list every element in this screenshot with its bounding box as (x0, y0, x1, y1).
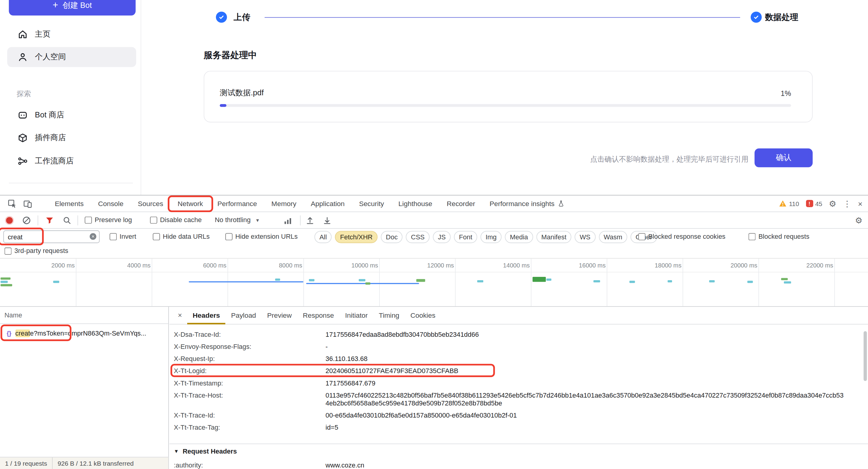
blocked-response-cookies-checkbox[interactable]: Blocked response cookies (638, 233, 725, 240)
header-row: X-Tt-Trace-Tag: id=5 (169, 421, 868, 434)
detail-tab-response[interactable]: Response (297, 306, 340, 324)
warnings-counter[interactable]: 110 (779, 200, 799, 207)
blocked-response-cookies-input[interactable] (638, 233, 645, 240)
tab-memory[interactable]: Memory (264, 195, 304, 212)
request-name-rest: e?msToken=dmprN863Qm-SeVmYqs... (30, 329, 146, 338)
settings-icon[interactable]: ⚙ (829, 199, 837, 208)
pill-ws[interactable]: WS (575, 231, 595, 243)
third-party-checkbox[interactable]: 3rd-party requests (4, 247, 68, 255)
tab-security[interactable]: Security (352, 195, 391, 212)
filter-icon[interactable] (45, 217, 54, 225)
tab-lighthouse[interactable]: Lighthouse (391, 195, 440, 212)
inspect-icon[interactable] (4, 195, 20, 212)
header-row: X-Tt-Timestamp: 1717556847.679 (169, 377, 868, 389)
errors-count: 45 (815, 200, 822, 207)
pill-manifest[interactable]: Manifest (536, 231, 571, 243)
tab-recorder[interactable]: Recorder (439, 195, 483, 212)
file-name: 测试数据.pdf (220, 88, 264, 98)
close-devtools-icon[interactable]: × (858, 200, 863, 208)
sidebar-item-home[interactable]: 主页 (7, 25, 136, 45)
blocked-requests-checkbox[interactable]: Blocked requests (748, 233, 809, 240)
fetch-request-icon: {} (7, 330, 11, 337)
clear-network-log-icon[interactable] (22, 216, 31, 225)
errors-counter[interactable]: ! 45 (806, 200, 822, 207)
tab-performance-insights[interactable]: Performance insights (483, 195, 571, 212)
disable-cache-input[interactable] (150, 216, 157, 224)
detail-tab-initiator[interactable]: Initiator (340, 306, 373, 324)
name-column-header[interactable]: Name (0, 307, 168, 324)
header-name: X-Tt-Trace-Id: (174, 411, 326, 419)
hide-data-urls-checkbox[interactable]: Hide data URLs (153, 233, 210, 240)
pill-font[interactable]: Font (454, 231, 477, 243)
hide-data-urls-input[interactable] (153, 233, 160, 240)
screenshot-root: + 创建 Bot 主页 个人空间 探索 Bot 商店 (0, 0, 868, 469)
third-party-input[interactable] (4, 247, 12, 255)
create-bot-label: 创建 Bot (63, 0, 92, 10)
pill-js[interactable]: JS (433, 231, 451, 243)
pill-wasm[interactable]: Wasm (599, 231, 627, 243)
tab-application[interactable]: Application (304, 195, 352, 212)
sidebar-item-personal-space[interactable]: 个人空间 (7, 47, 136, 67)
import-har-icon[interactable] (306, 216, 314, 225)
file-card: 测试数据.pdf 1% (204, 71, 813, 122)
throttling-dropdown[interactable]: No throttling ▾ (215, 216, 259, 224)
tab-performance[interactable]: Performance (210, 195, 264, 212)
hide-extension-urls-checkbox[interactable]: Hide extension URLs (225, 233, 298, 240)
detail-tab-cookies[interactable]: Cookies (405, 306, 441, 324)
disable-cache-checkbox[interactable]: Disable cache (150, 216, 202, 224)
create-bot-button[interactable]: + 创建 Bot (9, 0, 135, 16)
progress-bar (220, 104, 791, 107)
pill-img[interactable]: Img (480, 231, 502, 243)
detail-tab-payload[interactable]: Payload (226, 306, 261, 324)
request-row[interactable]: {} create?msToken=dmprN863Qm-SeVmYqs... (0, 324, 168, 343)
tab-console[interactable]: Console (91, 195, 131, 212)
pill-fetch-xhr[interactable]: Fetch/XHR (335, 231, 377, 243)
tab-sources[interactable]: Sources (131, 195, 170, 212)
filter-input[interactable] (3, 230, 99, 243)
invert-input[interactable] (110, 233, 117, 240)
network-overview-timeline[interactable]: 2000 ms 4000 ms 6000 ms 8000 ms 10000 ms… (0, 259, 868, 307)
tab-elements[interactable]: Elements (48, 195, 91, 212)
more-menu-icon[interactable]: ⋮ (843, 199, 851, 208)
pill-media[interactable]: Media (505, 231, 533, 243)
sidebar: + 创建 Bot 主页 个人空间 探索 Bot 商店 (0, 0, 141, 195)
pill-css[interactable]: CSS (406, 231, 430, 243)
header-name: X-Request-Ip: (174, 355, 326, 363)
record-network-log-icon[interactable] (6, 217, 13, 224)
pill-doc[interactable]: Doc (381, 231, 403, 243)
detail-tab-preview[interactable]: Preview (261, 306, 297, 324)
header-value: 0113e957cf460225213c482b0f56baf7b5e840f3… (326, 391, 868, 407)
preserve-log-input[interactable] (85, 216, 92, 224)
preserve-log-checkbox[interactable]: Preserve log (85, 216, 132, 224)
tab-network[interactable]: Network (170, 195, 210, 212)
search-icon[interactable] (63, 216, 71, 225)
request-list-pane: Name {} create?msToken=dmprN863Qm-SeVmYq… (0, 307, 169, 469)
detail-tab-timing[interactable]: Timing (373, 306, 405, 324)
request-headers-section-header[interactable]: ▼ Request Headers (174, 447, 237, 456)
confirm-button[interactable]: 确认 (754, 148, 813, 167)
hide-extension-urls-input[interactable] (225, 233, 232, 240)
filter-match-highlight: creat (15, 329, 30, 338)
device-toolbar-icon[interactable] (20, 195, 35, 212)
blocked-requests-input[interactable] (748, 233, 756, 240)
error-icon: ! (806, 200, 813, 207)
header-row-x-tt-logid: X-Tt-Logid: 20240605110727FAE479F3EAD073… (169, 365, 868, 377)
sidebar-item-bot-store[interactable]: Bot 商店 (7, 105, 136, 125)
sidebar-item-plugin-store[interactable]: 插件商店 (7, 128, 136, 148)
detail-tab-headers[interactable]: Headers (187, 306, 226, 324)
timeline-tick: 4000 ms (112, 262, 151, 269)
hide-data-urls-label: Hide data URLs (163, 233, 210, 240)
sidebar-item-workflow-store[interactable]: 工作流商店 (7, 151, 136, 171)
header-row: X-Envoy-Response-Flags: - (169, 341, 868, 353)
invert-checkbox[interactable]: Invert (110, 233, 136, 240)
network-settings-icon[interactable]: ⚙ (855, 216, 863, 224)
header-value: 36.110.163.68 (326, 355, 868, 363)
detail-tabs: × Headers Payload Preview Response Initi… (169, 307, 868, 325)
scrollbar-thumb[interactable] (864, 331, 867, 381)
network-conditions-icon[interactable] (283, 217, 292, 225)
pill-all[interactable]: All (314, 231, 332, 243)
clear-filter-icon[interactable]: × (90, 233, 96, 240)
export-har-icon[interactable] (323, 216, 332, 225)
close-detail-icon[interactable]: × (173, 311, 187, 320)
sidebar-item-label: 工作流商店 (35, 156, 73, 166)
